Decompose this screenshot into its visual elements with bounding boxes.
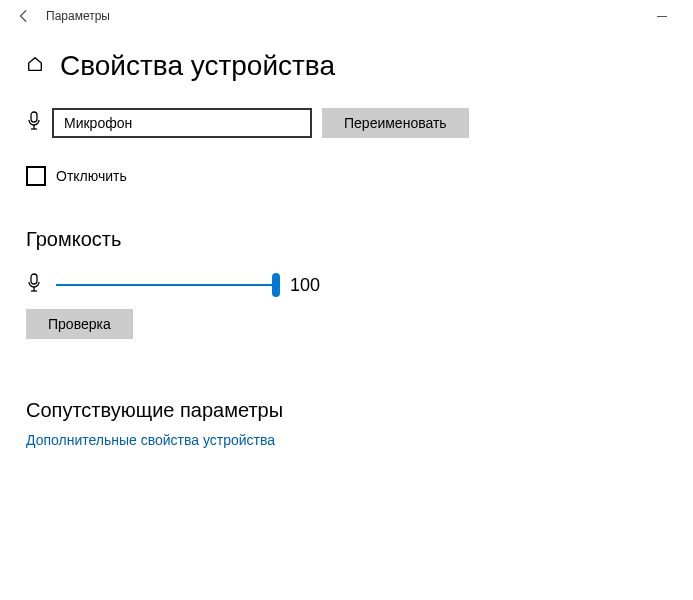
microphone-icon: [26, 111, 42, 135]
svg-rect-3: [31, 274, 37, 284]
back-button[interactable]: [8, 0, 40, 32]
microphone-icon: [26, 273, 42, 297]
volume-section-title: Громкость: [26, 228, 667, 251]
additional-properties-link[interactable]: Дополнительные свойства устройства: [26, 432, 275, 448]
test-button[interactable]: Проверка: [26, 309, 133, 339]
svg-rect-0: [31, 112, 37, 122]
rename-button[interactable]: Переименовать: [322, 108, 469, 138]
volume-slider[interactable]: [56, 273, 276, 297]
home-icon[interactable]: [26, 55, 44, 77]
titlebar: Параметры: [0, 0, 693, 32]
page-title: Свойства устройства: [60, 50, 335, 82]
device-name-input[interactable]: [52, 108, 312, 138]
disable-label: Отключить: [56, 168, 127, 184]
related-section-title: Сопутствующие параметры: [26, 399, 667, 422]
disable-checkbox[interactable]: [26, 166, 46, 186]
app-title: Параметры: [46, 9, 110, 23]
minimize-button[interactable]: [639, 0, 685, 32]
volume-value: 100: [290, 275, 320, 296]
